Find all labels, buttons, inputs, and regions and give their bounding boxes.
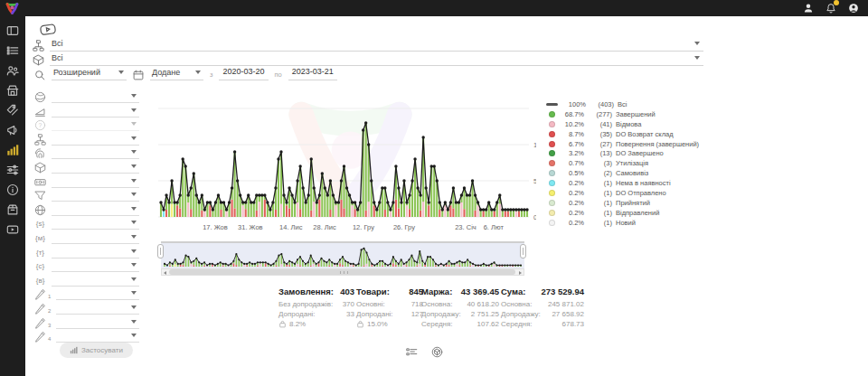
- filter-dropdown-6[interactable]: [52, 161, 139, 174]
- stats-subvalue: 8.2%: [289, 320, 306, 330]
- search-mode-select[interactable]: Розширений: [52, 66, 127, 80]
- scrollbar-thumb[interactable]: [169, 269, 515, 275]
- stats-sublabel: Допродані:: [278, 310, 316, 320]
- filter-dropdown-14[interactable]: [52, 274, 139, 287]
- chart-navigator[interactable]: [161, 241, 524, 268]
- legend-item[interactable]: 0.2%(1)Новий: [549, 218, 712, 228]
- legend-item[interactable]: 100%(403)Всі: [549, 99, 712, 109]
- chevron-down-icon: [131, 291, 137, 295]
- pencil-number: 1: [48, 294, 51, 300]
- app-logo-icon[interactable]: [5, 2, 20, 15]
- date-field-select[interactable]: Додане: [150, 66, 203, 80]
- sidebar-item-settings[interactable]: [0, 160, 25, 180]
- sidebar-item-customers[interactable]: [0, 61, 25, 80]
- sidebar-item-tutorials[interactable]: [0, 220, 25, 240]
- svg-text:31. Жов: 31. Жов: [238, 223, 263, 231]
- navigator-left-handle[interactable]: [157, 244, 164, 258]
- filter-row-10: {s}: [34, 217, 139, 230]
- legend-percent: 8.7%: [560, 130, 584, 138]
- filter-dropdown-17[interactable]: [56, 316, 139, 329]
- legend-item[interactable]: 0.5%(2)Самовивіз: [549, 168, 712, 178]
- package-view-icon[interactable]: [431, 346, 443, 358]
- notifications-bell-icon[interactable]: [826, 3, 836, 14]
- legend-item[interactable]: 0.7%(3)Утилізація: [549, 158, 712, 168]
- legend-item[interactable]: 8.7%(35)DO Возврат склад: [549, 129, 712, 139]
- legend-label: Відмова: [616, 120, 641, 128]
- package-icon: [34, 162, 46, 174]
- legend-count: (403): [590, 100, 614, 108]
- hierarchy-icon: [34, 134, 46, 146]
- navigator-right-handle[interactable]: [520, 244, 526, 258]
- chart-scrollbar[interactable]: [161, 268, 524, 276]
- scroll-left-arrow-icon[interactable]: [164, 271, 166, 275]
- filter-dropdown-1[interactable]: [52, 90, 139, 103]
- pencil-icon: [34, 317, 46, 329]
- sidebar-item-dashboard[interactable]: [0, 21, 25, 41]
- legend-item[interactable]: 6.7%(27)Повернення (завершений): [549, 139, 712, 149]
- svg-text:26. Гру: 26. Гру: [393, 223, 415, 231]
- sidebar-item-analytics[interactable]: [0, 140, 25, 160]
- basket-icon: [356, 320, 364, 328]
- legend-item[interactable]: 0.2%(1)DO Отправлено: [549, 188, 712, 198]
- sidebar-item-marketing[interactable]: [0, 120, 25, 140]
- play-tag-icon[interactable]: [38, 23, 58, 36]
- filter-dropdown-16[interactable]: [56, 302, 139, 315]
- filter-dropdown-2[interactable]: [52, 105, 139, 118]
- product-select-value: Всі: [52, 53, 63, 62]
- user-avatar-icon[interactable]: [848, 3, 859, 14]
- filter-dropdown-7[interactable]: [52, 175, 139, 188]
- legend-item[interactable]: 3.2%(13)DO Завершено: [549, 148, 712, 158]
- stats-sublabel: Допродані:: [356, 310, 393, 320]
- search-row: Розширений Додане з 2020-03-20 по 2023-0…: [34, 66, 337, 80]
- legend-item[interactable]: 0.2%(1)Нема в наявності: [549, 178, 712, 188]
- legend-item[interactable]: 10.2%(41)Відмова: [549, 119, 712, 129]
- svg-text:6. Лют: 6. Лют: [484, 223, 505, 231]
- legend-dot-swatch: [549, 210, 555, 216]
- legend-count: (1): [589, 179, 612, 187]
- product-select[interactable]: Всі: [33, 52, 703, 66]
- sidebar-item-info[interactable]: [0, 180, 25, 200]
- filter-dropdown-11[interactable]: [52, 231, 139, 244]
- sidebar-item-orders[interactable]: [0, 41, 25, 61]
- filter-dropdown-5[interactable]: [52, 146, 139, 159]
- legend-percent: 3.2%: [560, 149, 584, 157]
- topbar-icons: [803, 3, 868, 14]
- date-to-input[interactable]: 2023-03-21: [288, 67, 337, 80]
- legend-dot-swatch: [549, 200, 555, 206]
- legend-item[interactable]: 68.7%(277)Завершений: [549, 109, 712, 119]
- filter-dropdown-12[interactable]: [52, 246, 139, 258]
- assistant-icon[interactable]: [803, 3, 814, 14]
- category-select[interactable]: Всі: [33, 38, 703, 52]
- filter-row-5: [34, 146, 139, 159]
- filter-dropdown-8[interactable]: [52, 189, 139, 202]
- apply-button-label: Застосувати: [81, 346, 123, 354]
- legend-label: Нема в наявності: [616, 179, 671, 187]
- legend-item[interactable]: 0.2%(1)Відправлений: [549, 208, 712, 218]
- list-view-icon[interactable]: [406, 346, 418, 358]
- legend-item[interactable]: 0.2%(1)Прийнятий: [549, 198, 712, 208]
- stats-subvalue: 27 658.92: [552, 310, 584, 320]
- legend-dot-swatch: [549, 141, 555, 147]
- scroll-right-arrow-icon[interactable]: [519, 271, 522, 275]
- variable-icon: {s}: [34, 218, 46, 230]
- filter-dropdown-9[interactable]: [52, 203, 139, 216]
- search-icon[interactable]: [34, 70, 45, 80]
- filter-dropdown-4[interactable]: [52, 133, 139, 146]
- filter-dropdown-15[interactable]: [56, 287, 139, 300]
- filter-dropdown-18[interactable]: [56, 330, 139, 343]
- legend-dot-swatch: [549, 190, 555, 196]
- stats-value: 403: [340, 287, 354, 296]
- sidebar-item-tags[interactable]: [0, 100, 25, 120]
- filter-dropdown-13[interactable]: [52, 259, 139, 272]
- legend-label: DO Отправлено: [616, 189, 666, 197]
- sidebar-item-supplies[interactable]: [0, 200, 25, 220]
- store-icon: [6, 84, 19, 97]
- filter-dropdown-10[interactable]: [52, 217, 139, 230]
- apply-button[interactable]: Застосувати: [60, 343, 133, 358]
- legend-label: Самовивіз: [616, 169, 648, 177]
- fingerprint-icon: [34, 147, 46, 159]
- sidebar-item-store[interactable]: [0, 80, 25, 100]
- filter-dropdown-3[interactable]: [52, 118, 139, 131]
- date-from-input[interactable]: 2020-03-20: [219, 67, 268, 80]
- legend-percent: 0.7%: [560, 159, 584, 167]
